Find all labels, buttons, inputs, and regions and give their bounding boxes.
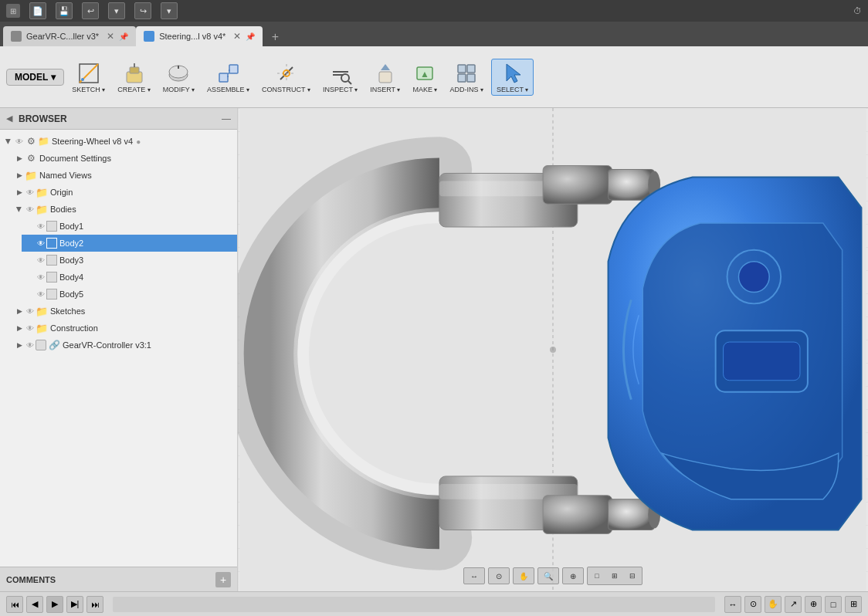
modify-btn[interactable]: MODIFY ▾ <box>158 59 199 95</box>
undo-dropdown[interactable]: ▾ <box>108 2 125 19</box>
comments-label: COMMENTS <box>6 575 56 584</box>
make-btn[interactable]: ▲ MAKE ▾ <box>408 59 442 95</box>
model-menu-btn[interactable]: MODEL ▾ <box>6 69 64 86</box>
create-icon <box>122 61 147 86</box>
insert-label: INSERT ▾ <box>370 86 400 93</box>
sidebar: ◀ BROWSER — ▶ 👁 ⚙ 📁 Steering-Wheel v8 v4… <box>0 108 238 591</box>
nav-extra-2[interactable]: ⊙ <box>744 596 761 613</box>
tree-item-body5[interactable]: 👁 Body5 <box>22 286 237 303</box>
sidebar-header: ◀ BROWSER — <box>0 108 237 130</box>
link-icon-gearvr: 🔗 <box>48 339 60 351</box>
tree-item-body4[interactable]: 👁 Body4 <box>22 269 237 286</box>
tab-close-gearvr[interactable]: ✕ <box>107 31 114 42</box>
timeline-bar[interactable] <box>113 597 715 612</box>
tree-arrow-sketches[interactable]: ▶ <box>14 306 25 316</box>
nav-extra-6[interactable]: □ <box>825 596 842 613</box>
nav-extra-1[interactable]: ↔ <box>724 596 741 613</box>
tree-arrow-construction[interactable]: ▶ <box>14 323 25 333</box>
body-box-gearvr <box>36 340 46 350</box>
eye-icon-origin[interactable]: 👁 <box>25 187 36 198</box>
construct-icon <box>274 61 299 86</box>
undo-btn[interactable]: ↩ <box>82 2 99 19</box>
assemble-label: ASSEMBLE ▾ <box>207 86 249 93</box>
hand-btn[interactable]: ✋ <box>513 567 534 584</box>
tree-arrow-doc-settings[interactable]: ▶ <box>14 153 25 164</box>
tree-arrow-gearvr[interactable]: ▶ <box>14 340 25 350</box>
eye-icon-bodies[interactable]: 👁 <box>25 204 36 215</box>
nav-extra-7[interactable]: ⊞ <box>845 596 862 613</box>
tree-item-named-views[interactable]: ▶ 📁 Named Views <box>11 167 237 184</box>
tab-icon-steering <box>144 31 154 42</box>
svg-point-42 <box>738 262 769 293</box>
eye-icon-sketches[interactable]: 👁 <box>25 306 36 316</box>
tree-arrow-bodies[interactable]: ▶ <box>14 204 25 215</box>
assemble-btn[interactable]: ASSEMBLE ▾ <box>202 59 254 95</box>
orbit-btn[interactable]: ⊙ <box>488 567 510 584</box>
construct-btn[interactable]: CONSTRUCT ▾ <box>257 59 315 95</box>
grid-icon[interactable]: ⊞ <box>6 4 20 18</box>
redo-btn[interactable]: ↪ <box>134 2 151 19</box>
tree-item-body1[interactable]: 👁 Body1 <box>22 218 237 235</box>
tree-item-body2[interactable]: 👁 Body2 <box>22 235 237 252</box>
sidebar-minimize-btn[interactable]: — <box>222 113 231 124</box>
tree-item-gearvr[interactable]: ▶ 👁 🔗 GearVR-Controller v3:1 <box>11 337 237 354</box>
eye-icon-body4[interactable]: 👁 <box>36 272 46 283</box>
tree-arrow-root[interactable]: ▶ <box>3 136 14 147</box>
nav-next-btn[interactable]: ▶| <box>66 596 83 613</box>
eye-icon-gearvr[interactable]: 👁 <box>25 340 36 350</box>
tree-item-bodies[interactable]: ▶ 👁 📁 Bodies <box>11 201 237 218</box>
nav-first-btn[interactable]: ⏮ <box>6 596 23 613</box>
viewport[interactable]: ↔ ⊙ ✋ 🔍 ⊕ □ ⊞ ⊟ <box>238 108 868 591</box>
tree-item-root[interactable]: ▶ 👁 ⚙ 📁 Steering-Wheel v8 v4 ● <box>0 133 237 150</box>
grid-view-btn[interactable]: ⊞ <box>606 568 623 584</box>
tree-item-origin[interactable]: ▶ 👁 📁 Origin <box>11 184 237 201</box>
pan-btn[interactable]: ↔ <box>463 567 485 584</box>
add-ins-btn[interactable]: ADD-INS ▾ <box>445 59 488 95</box>
select-btn[interactable]: SELECT ▾ <box>491 59 534 96</box>
save-btn[interactable]: 💾 <box>56 2 73 19</box>
nav-last-btn[interactable]: ⏭ <box>86 596 103 613</box>
sketch-btn[interactable]: SKETCH ▾ <box>67 59 110 95</box>
tree-label-root: Steering-Wheel v8 v4 <box>52 137 133 146</box>
tree-arrow-named-views[interactable]: ▶ <box>14 170 25 181</box>
svg-point-2 <box>81 78 84 81</box>
svg-rect-25 <box>467 65 475 73</box>
insert-btn[interactable]: INSERT ▾ <box>365 59 405 95</box>
fit-btn[interactable]: ⊕ <box>562 567 584 584</box>
inspect-btn[interactable]: INSPECT ▾ <box>318 59 362 95</box>
view-toggle-group: □ ⊞ ⊟ <box>587 567 643 585</box>
tab-label-steering: Steering...l v8 v4* <box>159 32 225 41</box>
sidebar-footer: COMMENTS + <box>0 567 237 591</box>
sketch-label: SKETCH ▾ <box>72 86 105 93</box>
nav-extra-4[interactable]: ↗ <box>785 596 802 613</box>
sidebar-collapse-btn[interactable]: ◀ <box>6 113 12 124</box>
tab-steering[interactable]: Steering...l v8 v4* ✕ 📌 <box>136 26 263 46</box>
nav-extra-5[interactable]: ⊕ <box>805 596 822 613</box>
single-view-btn[interactable]: □ <box>588 568 605 584</box>
eye-icon-body5[interactable]: 👁 <box>36 289 46 300</box>
tree-item-sketches[interactable]: ▶ 👁 📁 Sketches <box>11 303 237 320</box>
tab-close-steering[interactable]: ✕ <box>233 31 241 42</box>
nav-prev-btn[interactable]: ◀ <box>26 596 43 613</box>
quad-view-btn[interactable]: ⊟ <box>624 568 641 584</box>
redo-dropdown[interactable]: ▾ <box>161 2 178 19</box>
eye-icon-construction[interactable]: 👁 <box>25 323 36 333</box>
tree-item-body3[interactable]: 👁 Body3 <box>22 252 237 269</box>
nav-extra-3[interactable]: ✋ <box>765 596 782 613</box>
eye-icon-body2[interactable]: 👁 <box>36 238 46 249</box>
nav-play-btn[interactable]: ▶ <box>46 596 63 613</box>
body-box-body4 <box>46 272 57 283</box>
svg-rect-20 <box>379 72 392 83</box>
add-tab-btn[interactable]: + <box>266 28 284 46</box>
eye-icon-root[interactable]: 👁 <box>14 136 25 147</box>
create-btn[interactable]: CREATE ▾ <box>113 59 154 95</box>
tree-item-construction[interactable]: ▶ 👁 📁 Construction <box>11 320 237 337</box>
file-menu-btn[interactable]: 📄 <box>29 2 46 19</box>
tree-item-doc-settings[interactable]: ▶ ⚙ Document Settings <box>11 150 237 167</box>
comments-add-btn[interactable]: + <box>215 572 231 587</box>
eye-icon-body1[interactable]: 👁 <box>36 221 46 232</box>
eye-icon-body3[interactable]: 👁 <box>36 255 46 266</box>
tree-arrow-origin[interactable]: ▶ <box>14 187 25 198</box>
tab-gearvr[interactable]: GearVR-C...ller v3* ✕ 📌 <box>3 26 136 46</box>
zoom-btn[interactable]: 🔍 <box>537 567 559 584</box>
